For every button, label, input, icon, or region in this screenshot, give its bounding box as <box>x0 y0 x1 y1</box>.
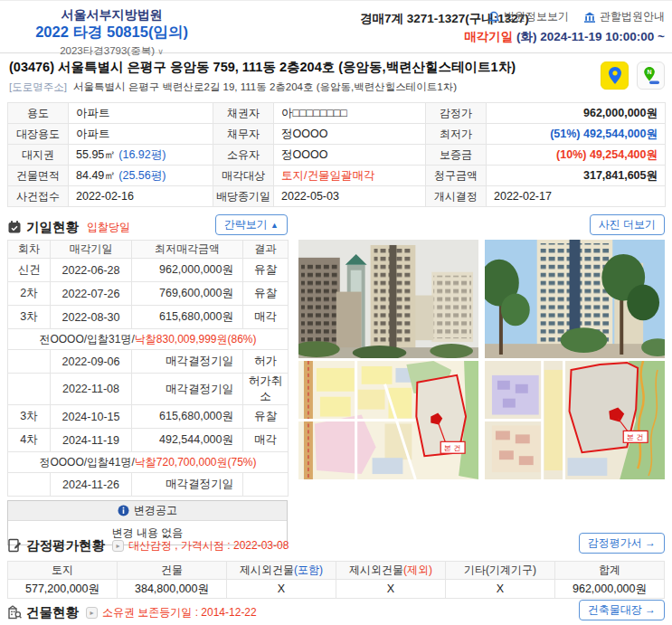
schedule-price: 615,680,000원 <box>132 405 243 429</box>
schedule-row: 2022-11-08매각결정기일허가취소 <box>8 374 289 405</box>
text-part: 정OOOO/입찰41명/ <box>39 456 134 469</box>
building-register-label: 건축물대장 <box>588 603 642 616</box>
info-value: 아□□□□□□□□ <box>274 103 426 124</box>
building-annotation-text: 소유권 보존등기일 : 2014-12-22 <box>102 605 257 620</box>
case-block: 서울서부지방법원 2022 타경 50815(임의) 2023타경3793(중복… <box>14 7 209 58</box>
case-number: 2022 타경 50815(임의) <box>14 23 209 41</box>
address-block: (03476) 서울특별시 은평구 응암동 759, 111동 2층204호 (… <box>9 59 588 94</box>
schedule-row: 2차2022-07-26769,600,000원유찰 <box>8 282 289 306</box>
text-part: (16.92평) <box>118 148 166 161</box>
text-part: 제시외건물 <box>240 563 294 576</box>
text-part: 정OOOO <box>281 128 327 140</box>
appraisal-report-label: 감정평가서 <box>588 536 642 549</box>
naver-pin-icon: N <box>641 66 661 86</box>
info-label: 배당종기일 <box>213 186 274 207</box>
schedule-price: 615,680,000원 <box>132 306 243 329</box>
schedule-header: 기일현황 입찰당일 간략보기 ▲ <box>7 216 288 238</box>
info-value: 2022-05-03 <box>274 186 426 207</box>
map-pin-icon <box>607 66 623 86</box>
text-part: 낙찰720,700,000원(75%) <box>135 456 257 469</box>
schedule-result: 매각 <box>243 306 289 329</box>
text-part: (25.56평) <box>118 169 166 182</box>
appraisal-section: 감정평가현황 ▸ 대산감정 , 가격시점 : 2022-03-08 감정평가서 … <box>7 535 665 599</box>
info-value: 아파트 <box>69 124 213 145</box>
schedule-result: 유찰 <box>243 405 289 429</box>
schedule-result: 유찰 <box>243 282 289 306</box>
info-label: 사건접수 <box>8 186 69 207</box>
appraisal-value: X <box>336 580 446 599</box>
building-title: 건물현황 <box>26 604 79 621</box>
naver-map-button[interactable]: N <box>637 62 665 90</box>
schedule-date: 2022-07-26 <box>51 282 132 306</box>
schedule-row: 3차2024-10-15615,680,000원유찰 <box>8 405 289 429</box>
appraisal-value: 384,800,000원 <box>118 580 227 599</box>
text-part: 제시외건물 <box>349 563 403 576</box>
document-pencil-icon <box>7 538 22 553</box>
schedule-row: 2024-11-26매각결정기일 <box>8 473 289 497</box>
court-name: 서울서부지방법원 <box>14 7 209 23</box>
schedule-date: 2024-10-15 <box>51 405 132 429</box>
apartment-photo-2[interactable] <box>485 240 665 358</box>
info-value: 55.95㎡ (16.92평) <box>69 145 213 166</box>
marker-icon: ▸ <box>86 607 98 619</box>
building-register-button[interactable]: 건축물대장 → <box>579 600 665 620</box>
related-case-dropdown[interactable]: 2023타경3793(중복) ∨ <box>14 44 209 58</box>
apartment-photo-1[interactable] <box>298 240 478 358</box>
text-part: 55.95㎡ <box>76 148 118 161</box>
appraisal-value: 577,200,000원 <box>8 580 118 599</box>
schedule-round <box>8 350 51 374</box>
schedule-col-header: 회차 <box>8 241 51 259</box>
schedule-row: 3차2022-08-30615,680,000원매각 <box>8 306 289 329</box>
info-row: 대장용도아파트채무자정OOOO최저가(51%) 492,544,000원 <box>8 124 666 145</box>
court-guide-link[interactable]: 관할법원안내 <box>583 9 665 24</box>
collapse-view-label: 간략보기 <box>224 218 268 231</box>
photos-section: 사진 더보기 <box>298 216 665 479</box>
text-part: 2022-02-17 <box>494 190 552 203</box>
appraisal-report-button[interactable]: 감정평가서 → <box>579 533 665 554</box>
collapse-view-button[interactable]: 간략보기 ▲ <box>215 214 288 235</box>
appraisal-value: 962,000,000원 <box>555 580 665 599</box>
appraisal-col-header: 토지 <box>8 562 118 580</box>
change-notice-title: 변경공고 <box>134 503 177 518</box>
svg-text:N: N <box>647 69 651 75</box>
text-part: 317,841,605원 <box>583 169 658 182</box>
photo-grid: 본 건 <box>298 240 665 479</box>
text-part: 84.49㎡ <box>76 169 118 182</box>
property-info-table: 용도아파트채권자아□□□□□□□□감정가962,000,000원대장용도아파트채… <box>7 102 666 207</box>
map-buttons: N <box>601 62 665 90</box>
appraisal-table: 토지건물제시외건물(포함)제시외건물(제외)기타(기계기구)합계 577,200… <box>7 561 665 599</box>
schedule-price: 매각결정기일 <box>132 350 243 374</box>
text-part: 2022-05-03 <box>281 190 339 203</box>
kakao-map-button[interactable] <box>601 62 629 90</box>
bell-icon <box>487 11 500 24</box>
appraisal-header-row: 토지건물제시외건물(포함)제시외건물(제외)기타(기계기구)합계 <box>8 562 665 580</box>
info-label: 개시결정 <box>426 186 487 207</box>
info-label: 용도 <box>8 103 69 124</box>
text-part: 전OOOO/입찰31명/ <box>39 333 134 346</box>
court-info-label: 법원정보보기 <box>504 9 569 24</box>
text-part: 정OOOO <box>281 148 327 161</box>
schedule-date: 2022-06-28 <box>51 259 132 282</box>
road-address-tag: [도로명주소] <box>9 81 67 92</box>
text-part: 962,000,000원 <box>583 107 658 119</box>
schedule-bid-result: 정OOOO/입찰41명/낙찰720,700,000원(75%) <box>8 452 289 473</box>
info-row: 용도아파트채권자아□□□□□□□□감정가962,000,000원 <box>8 103 666 124</box>
appraisal-annotation: ▸ 대산감정 , 가격시점 : 2022-03-08 <box>112 538 289 554</box>
info-value: 토지/건물일괄매각 <box>274 166 426 186</box>
court-guide-label: 관할법원안내 <box>600 9 665 24</box>
info-value: 317,841,605원 <box>487 166 666 186</box>
info-row: 대지권55.95㎡ (16.92평)소유자정OOOO보증금(10%) 49,25… <box>8 145 666 166</box>
info-value: 정OOOO <box>274 145 426 166</box>
info-label: 보증금 <box>426 145 487 166</box>
cadastral-map-1[interactable]: 본 건 <box>298 361 478 479</box>
court-info-link[interactable]: 법원정보보기 <box>487 9 569 24</box>
schedule-title: 기일현황 <box>26 219 79 236</box>
cadastral-map-2[interactable]: 본 건 <box>485 361 665 479</box>
schedule-row: 2022-09-06매각결정기일허가 <box>8 350 289 374</box>
bid-day-badge: 입찰당일 <box>87 220 130 235</box>
text-part: 아파트 <box>76 128 110 140</box>
more-photos-button[interactable]: 사진 더보기 <box>590 214 665 235</box>
schedule-date: 2024-11-26 <box>51 473 132 497</box>
schedule-col-header: 매각기일 <box>51 241 132 259</box>
schedule-row: 4차2024-11-19492,544,000원매각 <box>8 429 289 452</box>
